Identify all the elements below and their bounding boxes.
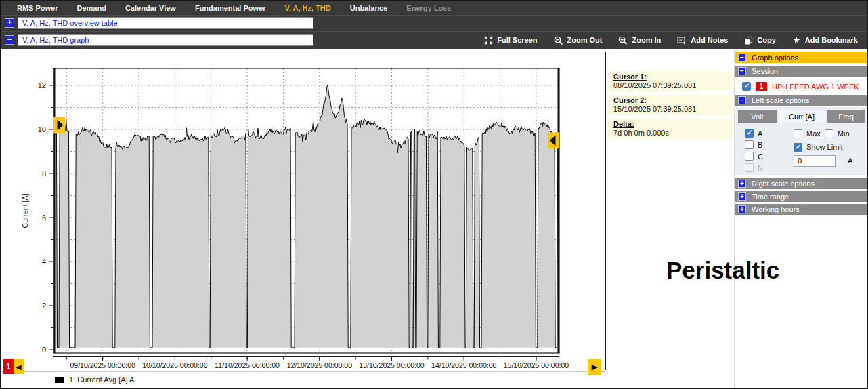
overview-table-section-bar: + [1,15,867,31]
scale-settings-column: Max Min Show Limit A [794,128,852,169]
phase-b-row: B [745,140,763,150]
session-name: HPH FEED AWG 1 WEEK [772,83,859,91]
phase-c-checkbox[interactable] [745,152,754,161]
fullscreen-icon [484,36,493,45]
x-tick-label: 15/10/2025 00:00:00 [504,361,569,369]
min-label: Min [838,129,850,138]
session-number-badge: 1 [756,82,767,91]
tab-rms-power[interactable]: RMS Power [7,4,68,12]
tab-calendar-view[interactable]: Calendar View [116,4,186,12]
tab-energy-loss: Energy Loss [397,4,460,12]
max-min-row: Max Min [794,128,852,139]
expand-icon[interactable]: + [738,180,746,188]
left-scale-options-header[interactable]: − Left scale options [735,95,868,106]
phase-c-label: C [758,152,763,161]
graph-options-header[interactable]: − Graph options [735,52,868,63]
graph-section-bar: − Full Screen Zoom Out Zoom In Add Notes… [1,31,867,49]
working-hours-label: Working hours [752,205,800,213]
chart-pane-divider [605,52,606,370]
expand-icon[interactable]: + [5,18,14,28]
working-hours-header[interactable]: + Working hours [735,204,868,215]
expand-icon[interactable]: + [738,205,746,213]
cursor1-label: Cursor 1: [613,73,726,81]
cursor-2-handle-icon[interactable] [548,132,559,148]
right-scale-options-header[interactable]: + Right scale options [735,178,868,189]
legend-swatch [55,377,64,383]
copy-icon [744,36,753,45]
collapse-icon[interactable]: − [738,54,746,62]
copy-label: Copy [757,36,776,44]
x-tick-label: 13/10/2025 00:00:00 [359,361,425,369]
y-axis: 024681012Current [A] [21,81,53,354]
svg-text:6: 6 [42,213,46,222]
legend-label: 1: Current Avg [A] A [69,375,134,384]
content-top-divider [1,49,867,49]
svg-text:2: 2 [42,302,46,310]
tab-demand[interactable]: Demand [68,4,116,12]
collapse-icon[interactable]: − [738,96,746,104]
series-number-badge: 1 [3,359,14,374]
series-current-avg [55,85,558,348]
scroll-left-arrow-icon[interactable]: ◀ [14,359,24,374]
right-scale-options-label: Right scale options [752,180,815,188]
limit-value-input[interactable] [794,155,836,167]
phase-n-label: N [758,164,763,172]
session-header[interactable]: − Session [735,66,868,77]
time-range-header[interactable]: + Time range [735,191,868,202]
add-bookmark-label: Add Bookmark [805,36,858,44]
zoom-out-button[interactable]: Zoom Out [546,36,611,45]
phase-c-row: C [745,151,763,161]
cursor1-value: 08/10/2025 07:39:25.081 [613,81,726,90]
left-scale-options-label: Left scale options [752,96,810,104]
session-checkbox[interactable] [742,82,751,91]
delta-info-box: Delta: 7d 0h 0m 0.000s [608,119,732,139]
phase-checkbox-column: A B C N [745,128,763,174]
tab-unbalance[interactable]: Unbalance [341,4,397,12]
collapse-icon[interactable]: − [738,67,746,75]
cursor2-label: Cursor 2: [613,96,726,105]
left-scale-options-panel: Volt Curr [A] Freq A B C [735,107,868,175]
top-navigation: RMS Power Demand Calendar View Fundament… [1,1,867,15]
graph-toolbar: Full Screen Zoom Out Zoom In Add Notes C… [476,31,866,49]
bookmark-star-icon [792,36,801,45]
limit-value-row: A [794,155,852,166]
zoom-in-icon [618,36,628,45]
add-notes-button[interactable]: Add Notes [669,36,736,45]
phase-b-checkbox[interactable] [745,140,754,149]
min-checkbox[interactable] [825,129,833,138]
svg-text:8: 8 [42,169,46,178]
zoom-in-button[interactable]: Zoom In [610,36,669,45]
x-tick-label: 10/10/2025 00:00:00 [142,361,208,369]
scroll-right-arrow-icon[interactable]: ▶ [588,359,601,375]
graph-options-label: Graph options [752,54,798,62]
tab-v-a-hz-thd[interactable]: V, A, Hz, THD [275,4,340,12]
time-range-label: Time range [752,192,789,201]
graph-title-field[interactable] [18,34,313,46]
show-limit-checkbox[interactable] [794,143,802,152]
x-axis: 09/10/2025 00:00:0010/10/2025 00:00:0011… [53,357,569,369]
overlay-annotation-text: Peristaltic [666,257,779,284]
collapse-icon[interactable]: − [5,35,14,45]
session-label: Session [752,67,778,75]
tab-volt[interactable]: Volt [738,110,777,123]
add-bookmark-button[interactable]: Add Bookmark [784,36,866,45]
current-chart[interactable]: 024681012Current [A]09/10/2025 00:00:001… [1,52,605,371]
cursor-1-handle-icon[interactable] [53,117,65,134]
svg-text:10: 10 [38,125,46,134]
copy-button[interactable]: Copy [736,36,784,45]
tab-curr[interactable]: Curr [A] [779,110,825,123]
phase-b-label: B [758,141,762,149]
tab-fundamental-power[interactable]: Fundamental Power [186,4,276,12]
x-tick-label: 12/10/2025 00:00:00 [287,361,353,369]
phase-a-checkbox[interactable] [745,129,754,138]
svg-text:4: 4 [42,258,46,266]
tab-freq[interactable]: Freq [827,110,865,123]
max-checkbox[interactable] [794,129,802,138]
options-panel-divider [734,49,735,389]
zoom-in-label: Zoom In [632,36,661,44]
full-screen-button[interactable]: Full Screen [476,36,545,45]
phase-a-row: A [745,128,763,138]
overview-table-title-field[interactable] [18,17,313,29]
zoom-out-icon [554,36,563,45]
expand-icon[interactable]: + [738,192,746,201]
